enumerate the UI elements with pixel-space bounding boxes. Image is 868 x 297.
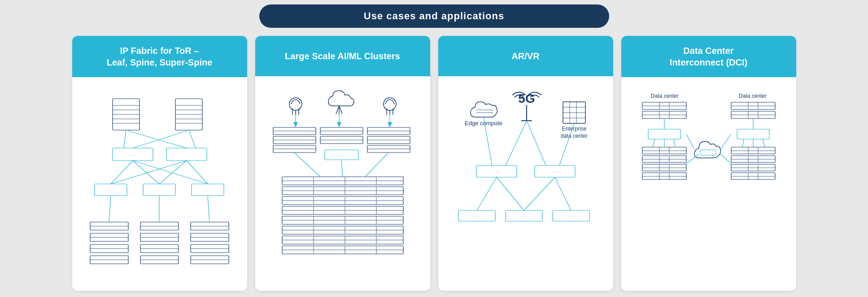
- svg-marker-69: [337, 122, 341, 127]
- svg-line-167: [524, 177, 555, 210]
- svg-line-31: [111, 161, 187, 184]
- diagram-dci: Data center · · ·: [632, 90, 785, 278]
- svg-line-168: [555, 177, 571, 210]
- page-wrapper: Use cases and applications IP Fabric for…: [0, 0, 868, 297]
- svg-text:· ·: · ·: [707, 151, 710, 155]
- card-body-ip-fabric: · · · · · · · · · · · · · · ·: [72, 77, 247, 291]
- card-body-dci: Data center · · ·: [621, 77, 796, 291]
- svg-line-236: [720, 154, 731, 164]
- svg-line-65: [336, 106, 339, 114]
- svg-line-96: [365, 153, 388, 177]
- card-body-arvr: Edge compute 5G: [438, 76, 613, 291]
- card-title-ip-fabric: IP Fabric for ToR –Leaf, Spine, Super-Sp…: [107, 45, 213, 68]
- diagram-arvr: Edge compute 5G: [452, 89, 600, 278]
- svg-line-232: [742, 139, 744, 147]
- card-title-arvr: AR/VR: [511, 50, 539, 62]
- card-header-arvr: AR/VR: [438, 36, 613, 76]
- svg-line-27: [133, 161, 159, 184]
- svg-line-16: [124, 130, 126, 148]
- svg-text:· · ·: · · ·: [338, 153, 345, 158]
- svg-line-202: [686, 134, 694, 149]
- svg-line-94: [294, 153, 320, 177]
- svg-line-95: [341, 160, 343, 177]
- svg-rect-224: [731, 164, 775, 171]
- svg-line-165: [477, 177, 497, 210]
- title-banner: Use cases and applications: [259, 4, 609, 28]
- svg-text:Data center: Data center: [650, 93, 678, 99]
- card-header-aiml: Large Scale AI/ML Clusters: [255, 36, 430, 76]
- svg-line-56: [109, 196, 111, 222]
- svg-text:· · ·: · · ·: [474, 214, 480, 219]
- svg-rect-220: [731, 156, 775, 162]
- svg-line-234: [763, 139, 765, 147]
- svg-text:5G: 5G: [518, 92, 535, 105]
- svg-marker-75: [388, 122, 392, 127]
- card-ip-fabric: IP Fabric for ToR –Leaf, Spine, Super-Sp…: [72, 36, 247, 291]
- diagram-ip-fabric: · · · · · · · · · · · · · · ·: [88, 90, 231, 278]
- card-header-ip-fabric: IP Fabric for ToR –Leaf, Spine, Super-Sp…: [72, 36, 247, 77]
- svg-text:· · ·: · · ·: [129, 153, 136, 158]
- svg-text:Data center: Data center: [738, 93, 766, 99]
- card-title-aiml: Large Scale AI/ML Clusters: [285, 50, 400, 62]
- cards-row: IP Fabric for ToR –Leaf, Spine, Super-Sp…: [0, 36, 868, 291]
- svg-line-197: [653, 139, 655, 147]
- svg-text:· · ·: · · ·: [750, 132, 756, 137]
- svg-rect-189: [642, 164, 686, 171]
- card-arvr: AR/VR Edge compute 5G: [438, 36, 613, 291]
- diagram-aiml: · · ·: [266, 87, 419, 280]
- svg-line-203: [686, 154, 699, 164]
- svg-text:Enterprise: Enterprise: [562, 126, 586, 132]
- svg-line-58: [208, 196, 209, 222]
- svg-text:· · ·: · · ·: [108, 188, 114, 193]
- svg-text:data center: data center: [560, 133, 587, 139]
- svg-line-235: [720, 134, 731, 149]
- svg-rect-185: [642, 156, 686, 162]
- svg-text:Edge compute: Edge compute: [465, 120, 502, 127]
- svg-line-30: [133, 161, 208, 184]
- svg-rect-216: [731, 147, 775, 154]
- card-aiml: Large Scale AI/ML Clusters: [255, 36, 430, 291]
- card-body-aiml: · · ·: [255, 76, 430, 291]
- svg-text:· · ·: · · ·: [661, 132, 667, 137]
- svg-line-28: [159, 161, 187, 184]
- svg-line-67: [339, 106, 342, 114]
- svg-text:· · ·: · · ·: [551, 169, 558, 175]
- svg-line-17: [126, 130, 187, 148]
- svg-rect-193: [642, 173, 686, 179]
- svg-line-18: [133, 130, 189, 148]
- card-header-dci: Data CenterInterconnect (DCI): [621, 36, 796, 77]
- svg-line-166: [497, 177, 524, 210]
- svg-line-199: [674, 139, 675, 147]
- svg-line-157: [527, 121, 546, 166]
- svg-rect-228: [731, 173, 775, 179]
- card-dci: Data CenterInterconnect (DCI) Data cente…: [621, 36, 796, 291]
- svg-text:· · ·: · · ·: [205, 188, 211, 193]
- svg-rect-181: [642, 147, 686, 154]
- svg-marker-64: [293, 122, 298, 127]
- svg-text:· · ·: · · ·: [493, 169, 500, 175]
- svg-text:· · ·: · · ·: [156, 188, 162, 193]
- svg-text:· · ·: · · ·: [183, 153, 190, 158]
- page-title: Use cases and applications: [364, 10, 504, 22]
- svg-line-19: [189, 130, 196, 148]
- svg-line-156: [506, 121, 527, 166]
- svg-text:· · ·: · · ·: [521, 214, 527, 219]
- svg-text:· · ·: · · ·: [568, 214, 574, 219]
- card-title-dci: Data CenterInterconnect (DCI): [670, 45, 747, 68]
